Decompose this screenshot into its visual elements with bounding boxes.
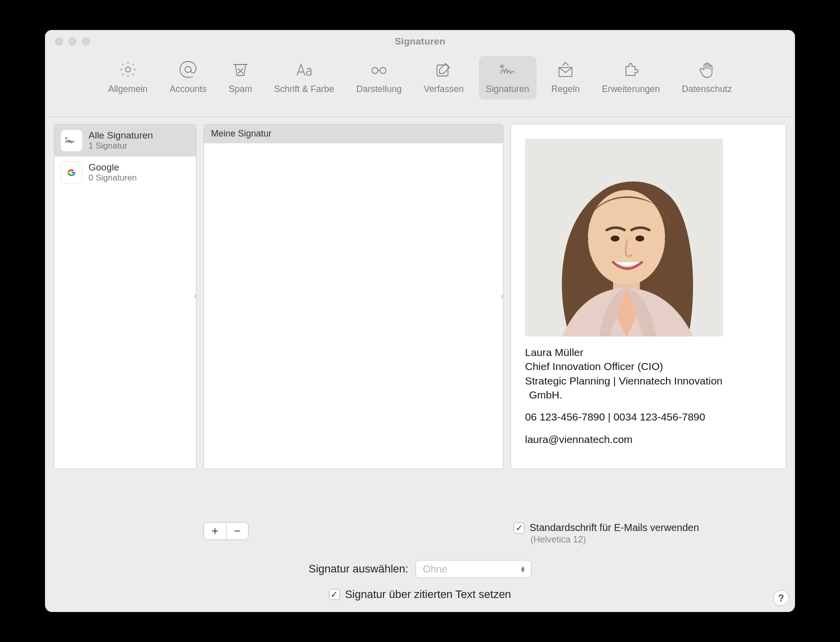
spam-bin-icon xyxy=(230,60,252,79)
account-title: Alle Signaturen xyxy=(88,130,153,141)
panel-footer-row: + − Standardschrift für E-Mails verwende… xyxy=(45,517,795,545)
puzzle-icon xyxy=(620,60,642,79)
remove-signature-button[interactable]: − xyxy=(226,522,248,540)
signature-item-label: Meine Signatur xyxy=(211,128,272,138)
svg-point-8 xyxy=(588,190,665,285)
svg-point-2 xyxy=(372,68,378,74)
choose-signature-label: Signatur auswählen: xyxy=(308,562,408,576)
sig-email: laura@viennatech.com xyxy=(525,432,772,446)
plus-icon: + xyxy=(212,525,218,537)
sig-title: Chief Innovation Officer (CIO) xyxy=(525,360,772,374)
select-stepper-icon: ▲▼ xyxy=(520,566,526,572)
account-all-signatures[interactable]: Alle Signaturen 1 Signatur xyxy=(54,124,196,156)
google-icon xyxy=(60,162,82,184)
tab-signatures[interactable]: Signaturen xyxy=(479,56,536,100)
minus-icon: − xyxy=(234,525,240,537)
signature-preview-panel[interactable]: Laura Müller Chief Innovation Officer (C… xyxy=(510,124,786,469)
svg-point-1 xyxy=(185,66,191,72)
use-default-font-checkbox[interactable] xyxy=(514,522,524,534)
column-resize-handle[interactable] xyxy=(194,294,196,298)
tab-rules[interactable]: Regeln xyxy=(544,56,587,100)
tab-label: Datenschutz xyxy=(682,84,732,94)
at-icon xyxy=(177,60,199,79)
bottom-area: Signatur auswählen: Ohne ▲▼ Signatur übe… xyxy=(45,545,795,612)
tab-label: Allgemein xyxy=(108,84,148,94)
account-title: Google xyxy=(88,162,136,173)
place-above-quoted-label: Signatur über zitierten Text setzen xyxy=(345,588,511,601)
svg-point-9 xyxy=(610,236,620,242)
use-default-font-label: Standardschrift für E-Mails verwenden xyxy=(530,522,699,534)
compose-icon xyxy=(432,60,454,79)
tab-label: Schrift & Farbe xyxy=(274,84,334,94)
account-subtitle: 0 Signaturen xyxy=(88,173,136,183)
content-area: Alle Signaturen 1 Signatur G xyxy=(45,117,795,517)
glasses-icon xyxy=(368,60,390,79)
tab-label: Spam xyxy=(228,84,252,94)
choose-signature-value: Ohne xyxy=(423,564,448,575)
help-button[interactable]: ? xyxy=(773,590,789,606)
help-icon: ? xyxy=(778,592,784,604)
window-controls xyxy=(55,30,90,53)
tab-label: Erweiterungen xyxy=(602,84,660,94)
tab-general[interactable]: Allgemein xyxy=(101,56,154,100)
rules-icon xyxy=(554,60,576,79)
tab-accounts[interactable]: Accounts xyxy=(162,56,214,100)
tab-privacy[interactable]: Datenschutz xyxy=(675,56,739,100)
tab-label: Darstellung xyxy=(356,84,402,94)
tab-fonts[interactable]: Schrift & Farbe xyxy=(267,56,341,100)
titlebar: Signaturen xyxy=(45,30,795,53)
svg-point-0 xyxy=(126,67,130,72)
signature-icon xyxy=(60,130,82,152)
tab-compose[interactable]: Verfassen xyxy=(416,56,470,100)
minimize-window-button[interactable] xyxy=(68,38,76,46)
place-above-quoted-checkbox[interactable] xyxy=(329,589,340,600)
preferences-toolbar: Allgemein Accounts Spam Schrift & Farbe xyxy=(45,53,795,117)
tab-label: Accounts xyxy=(170,84,206,94)
preferences-window: Signaturen Allgemein Accounts Spam xyxy=(45,30,795,612)
sig-phones: 06 123-456-7890 | 0034 123-456-7890 xyxy=(525,410,772,424)
tab-spam[interactable]: Spam xyxy=(222,56,259,100)
close-window-button[interactable] xyxy=(55,38,63,46)
column-resize-handle[interactable] xyxy=(501,294,504,298)
gear-icon xyxy=(117,60,139,79)
signature-icon xyxy=(496,60,518,79)
signature-list-panel: Meine Signatur xyxy=(204,124,504,469)
default-font-display: (Helvetica 12) xyxy=(514,534,786,545)
signature-photo xyxy=(525,138,723,336)
zoom-window-button[interactable] xyxy=(82,38,90,46)
tab-viewing[interactable]: Darstellung xyxy=(349,56,408,100)
add-remove-signature: + − xyxy=(204,522,248,540)
account-google[interactable]: Google 0 Signaturen xyxy=(54,156,196,188)
accounts-panel: Alle Signaturen 1 Signatur G xyxy=(54,124,196,469)
window-title: Signaturen xyxy=(394,36,445,47)
tab-label: Verfassen xyxy=(424,84,464,94)
add-signature-button[interactable]: + xyxy=(204,522,226,540)
choose-signature-select[interactable]: Ohne ▲▼ xyxy=(416,560,532,578)
account-subtitle: 1 Signatur xyxy=(88,141,153,151)
font-icon xyxy=(293,60,315,79)
svg-point-10 xyxy=(636,236,644,242)
sig-dept: Strategic Planning | Viennatech Innovati… xyxy=(525,374,772,388)
sig-name: Laura Müller xyxy=(525,346,772,360)
tab-label: Signaturen xyxy=(486,84,530,94)
signature-text: Laura Müller Chief Innovation Officer (C… xyxy=(525,346,772,446)
tab-extensions[interactable]: Erweiterungen xyxy=(595,56,667,100)
tab-label: Regeln xyxy=(552,84,580,94)
sig-company-suffix: GmbH. xyxy=(529,388,772,402)
hand-icon xyxy=(696,60,718,79)
svg-point-3 xyxy=(380,68,386,74)
signature-item-meine-signatur[interactable]: Meine Signatur xyxy=(204,124,503,144)
